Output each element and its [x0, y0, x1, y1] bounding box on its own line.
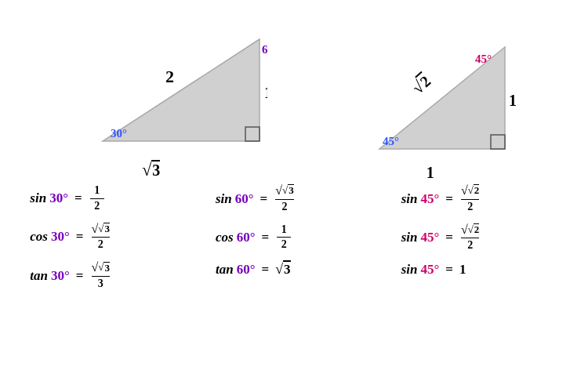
svg-text:1: 1: [264, 84, 267, 101]
formula-sin-60: sin 60° = √3 2: [216, 184, 372, 214]
formula-cos-30: cos 30° = √3 2: [30, 223, 187, 252]
numer-sqrt3b: √3: [92, 261, 110, 277]
formula-col-60: sin 60° = √3 2 cos 60° = 1 2: [216, 184, 372, 291]
angle-30-2: 30°: [51, 229, 70, 245]
sqrt-val-3: 3: [103, 223, 110, 234]
fraction-sqrt2-2b: √2 2: [461, 223, 479, 253]
fn-sin-30: sin: [30, 191, 46, 206]
formula-tan-60: tan 60° = √3: [216, 261, 372, 278]
sqrt3b-icon: √3: [92, 261, 110, 274]
numer-sqrt3: √3: [92, 223, 110, 238]
sqrt-val-2b: 2: [474, 223, 480, 235]
denom-2f: 2: [467, 238, 473, 252]
angle-45-1: 45°: [420, 191, 439, 207]
denom-2: 2: [94, 199, 100, 213]
right-triangle-base-label: 1: [426, 164, 434, 182]
equals-8: =: [445, 230, 453, 245]
angle-45-3: 45°: [420, 262, 439, 278]
sqrt-val-3c: 3: [288, 184, 294, 196]
angle-30-1: 30°: [49, 191, 68, 206]
formulas-section: sin 30° = 1 2 cos 30° = √3 2: [0, 172, 588, 291]
fn-cos-60: cos: [216, 230, 234, 245]
equals-5: =: [261, 230, 269, 245]
svg-text:2: 2: [165, 67, 174, 86]
sqrt2b-icon: √2: [461, 223, 479, 236]
fn-sin-45-1: sin: [401, 191, 418, 207]
fn-sin-60: sin: [216, 191, 232, 207]
equals-3: =: [76, 268, 84, 284]
denom-2e: 2: [467, 200, 473, 214]
svg-marker-0: [103, 39, 260, 141]
angle-60-2: 60°: [237, 230, 256, 245]
equals-1: =: [74, 191, 82, 206]
angle-45-2: 45°: [420, 230, 439, 245]
numer-sqrt3c: √3: [275, 184, 293, 200]
fraction-sqrt2-2: √2 2: [461, 184, 479, 214]
svg-text:√3: √3: [162, 156, 176, 157]
sqrt3c-icon: √3: [275, 184, 293, 197]
numer-1: 1: [90, 184, 104, 199]
svg-text:45°: 45°: [383, 135, 399, 147]
svg-text:45°: 45°: [475, 53, 492, 65]
formula-cos-45: sin 45° = √2 2: [401, 223, 558, 253]
triangles-row: 30° 60° 2 1 √3 √3: [0, 0, 588, 165]
right-triangle: 45° 45° 1 1 √2 1: [364, 31, 509, 157]
formula-col-30: sin 30° = 1 2 cos 30° = √3 2: [30, 184, 187, 291]
fraction-sqrt3-2: √3 2: [92, 223, 110, 252]
denom-3: 3: [98, 277, 103, 291]
fraction-1-2: 1 2: [90, 184, 104, 213]
fn-tan-60: tan: [216, 262, 234, 278]
sqrt-val-3b: 3: [103, 262, 110, 274]
fn-tan-30: tan: [30, 268, 48, 284]
angle-30-3: 30°: [51, 268, 70, 284]
fraction-1-2b: 1 2: [277, 223, 291, 252]
sqrt-val-2: 2: [474, 184, 480, 196]
svg-text:1: 1: [509, 92, 517, 109]
denom-2d: 2: [281, 238, 287, 252]
left-triangle-base-label: √3: [142, 160, 160, 180]
svg-text:30°: 30°: [111, 127, 127, 140]
left-triangle: 30° 60° 2 1 √3 √3: [79, 24, 267, 157]
formula-tan-45: sin 45° = 1: [401, 262, 558, 278]
formula-sin-45-1: sin 45° = √2 2: [401, 184, 558, 214]
tan-60-value: √3: [275, 261, 290, 278]
fraction-sqrt3-2b: √3 2: [275, 184, 293, 214]
numer-sqrt2b: √2: [461, 223, 479, 239]
angle-60-3: 60°: [237, 262, 256, 278]
equals-9: =: [445, 262, 453, 278]
formula-cos-60: cos 60° = 1 2: [216, 223, 372, 252]
formula-tan-30: tan 30° = √3 3: [30, 261, 187, 291]
fraction-sqrt3-3: √3 3: [92, 261, 110, 291]
denom-2c: 2: [281, 200, 287, 214]
angle-60-1: 60°: [235, 191, 254, 207]
numer-sqrt2: √2: [461, 184, 479, 200]
fn-cos-30: cos: [30, 229, 48, 245]
equals-6: =: [261, 262, 269, 278]
equals-2: =: [76, 229, 84, 245]
sqrt2-icon: √2: [461, 184, 479, 197]
fn-sin-45-2: sin: [401, 230, 418, 245]
equals-4: =: [260, 191, 268, 207]
sqrt3-icon: √3: [92, 223, 110, 235]
tan-45-value: 1: [459, 262, 466, 278]
numer-1b: 1: [277, 223, 291, 238]
svg-text:60°: 60°: [262, 43, 267, 56]
formula-sin-30: sin 30° = 1 2: [30, 184, 187, 213]
denom-2b: 2: [98, 238, 103, 252]
equals-7: =: [445, 191, 453, 207]
formula-col-45: sin 45° = √2 2 sin 45° = √2: [401, 184, 558, 291]
page-content: 30° 60° 2 1 √3 √3: [0, 0, 588, 392]
fn-sin-45-3: sin: [401, 262, 418, 278]
